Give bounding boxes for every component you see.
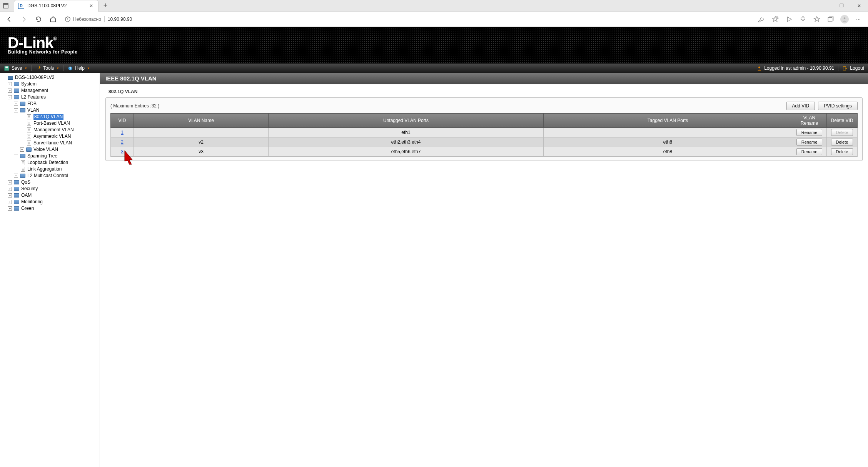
cell-vid: 1 <box>111 128 134 137</box>
close-window-button[interactable]: ✕ <box>850 0 868 12</box>
vlan-panel: ( Maximum Entries :32 ) Add VID PVID set… <box>105 97 863 161</box>
rename-button[interactable]: Rename <box>796 139 823 146</box>
password-icon[interactable] <box>755 13 768 26</box>
tree-system[interactable]: +System <box>0 81 100 87</box>
col-rename: VLAN Rename <box>792 114 827 128</box>
back-button[interactable] <box>3 13 15 25</box>
tree-oam[interactable]: +OAM <box>0 192 100 199</box>
svg-text:?: ? <box>69 66 71 70</box>
security-badge: Небезопасно <box>65 16 101 22</box>
tree-monitoring[interactable]: +Monitoring <box>0 199 100 205</box>
new-tab-button[interactable]: + <box>100 0 111 11</box>
tree-green[interactable]: +Green <box>0 205 100 212</box>
tree-spanning-tree[interactable]: +Spanning Tree <box>0 153 100 159</box>
user-icon <box>756 65 762 71</box>
menu-help[interactable]: ? Help ▼ <box>63 64 94 73</box>
tree-voice-vlan[interactable]: +Voice VLAN <box>0 146 100 153</box>
delete-button[interactable]: Delete <box>831 148 853 155</box>
content-area: IEEE 802.1Q VLAN 802.1Q VLAN ( Maximum E… <box>100 73 868 467</box>
tree-fdb[interactable]: +FDB <box>0 100 100 107</box>
tree-asymmetric-vlan[interactable]: Asymmetric VLAN <box>0 133 100 140</box>
tree-vlan[interactable]: -VLAN <box>0 107 100 114</box>
cell-tagged <box>544 128 792 137</box>
rename-button[interactable]: Rename <box>796 129 823 136</box>
col-tagged: Tagged VLAN Ports <box>544 114 792 128</box>
tree-surveillance-vlan[interactable]: Surveillance VLAN <box>0 140 100 146</box>
menu-save[interactable]: Save ▼ <box>0 64 31 73</box>
nav-tree[interactable]: DGS-1100-08PLV2 +System +Management -L2 … <box>0 73 100 467</box>
home-button[interactable] <box>47 13 59 25</box>
cell-name: v3 <box>134 147 269 157</box>
delete-button[interactable]: Delete <box>831 139 853 146</box>
svg-point-4 <box>844 17 846 19</box>
security-label: Небезопасно <box>73 17 101 22</box>
folder-icon <box>13 95 20 100</box>
tracking-icon[interactable] <box>783 13 796 26</box>
add-vid-button[interactable]: Add VID <box>786 102 815 110</box>
cell-untagged: eth1 <box>269 128 544 137</box>
svg-rect-3 <box>828 17 832 22</box>
tree-lag[interactable]: Link Aggregation <box>0 166 100 172</box>
favorites-icon[interactable] <box>810 13 823 26</box>
brand-header: D-Link® Building Networks for People <box>0 27 868 64</box>
tree-loopback[interactable]: Loopback Detection <box>0 159 100 166</box>
menu-bar: Save ▼ Tools ▼ ? Help ▼ Logged in as: ad… <box>0 64 868 73</box>
minimize-button[interactable]: — <box>815 0 833 12</box>
svg-rect-10 <box>843 66 846 70</box>
tab-title: DGS-1100-08PLV2 <box>27 3 88 8</box>
logout-button[interactable]: Logout <box>838 64 868 73</box>
col-untagged: Untagged VLAN Ports <box>269 114 544 128</box>
tree-8021q-vlan[interactable]: 802.1Q VLAN <box>0 114 100 120</box>
chevron-down-icon: ▼ <box>56 67 59 70</box>
cell-vid: 3 <box>111 147 134 157</box>
tree-management[interactable]: +Management <box>0 87 100 94</box>
vid-link[interactable]: 3 <box>121 149 124 154</box>
profile-avatar[interactable] <box>838 13 851 26</box>
cell-tagged: eth8 <box>544 137 792 147</box>
extensions-icon[interactable] <box>796 13 810 26</box>
refresh-button[interactable] <box>32 13 45 25</box>
cell-name: v2 <box>134 137 269 147</box>
svg-rect-1 <box>3 3 8 5</box>
section-label: 802.1Q VLAN <box>105 87 863 97</box>
pvid-settings-button[interactable]: PVID settings <box>818 102 858 110</box>
collections-icon[interactable] <box>824 13 837 26</box>
login-status: Logged in as: admin - 10.90.90.91 <box>753 64 838 73</box>
menu-tools[interactable]: Tools ▼ <box>32 64 63 73</box>
rename-button[interactable]: Rename <box>796 148 823 155</box>
browser-toolbar: Небезопасно 10.90.90.90 ⋯ <box>0 12 868 27</box>
page-title: IEEE 802.1Q VLAN <box>100 73 868 84</box>
page-icon <box>20 160 26 166</box>
more-menu-icon[interactable]: ⋯ <box>852 13 865 26</box>
chevron-down-icon: ▼ <box>24 67 27 70</box>
page-icon <box>26 141 32 146</box>
brand-logo: D-Link <box>8 34 53 51</box>
tree-portbased-vlan[interactable]: Port-Based VLAN <box>0 120 100 127</box>
folder-icon <box>13 193 20 198</box>
tree-l2features[interactable]: -L2 Features <box>0 94 100 100</box>
cell-untagged: eth2,eth3,eth4 <box>269 137 544 147</box>
chevron-down-icon: ▼ <box>87 67 90 70</box>
tree-management-vlan[interactable]: Management VLAN <box>0 127 100 133</box>
folder-icon <box>20 173 26 179</box>
browser-tab[interactable]: D DGS-1100-08PLV2 ✕ <box>14 0 98 12</box>
tree-l2mc[interactable]: +L2 Multicast Control <box>0 172 100 179</box>
vid-link[interactable]: 1 <box>121 130 124 135</box>
browser-titlebar: D DGS-1100-08PLV2 ✕ + — ❐ ✕ <box>0 0 868 12</box>
folder-icon <box>20 101 26 107</box>
folder-icon <box>13 88 20 94</box>
tab-close-button[interactable]: ✕ <box>88 3 94 9</box>
maximize-button[interactable]: ❐ <box>833 0 850 12</box>
tree-qos[interactable]: +QoS <box>0 179 100 186</box>
tree-security[interactable]: +Security <box>0 186 100 192</box>
forward-button[interactable] <box>18 13 30 25</box>
vid-link[interactable]: 2 <box>121 139 124 145</box>
save-icon <box>4 65 9 71</box>
address-bar[interactable]: Небезопасно 10.90.90.90 <box>62 13 753 25</box>
table-row: 1eth1RenameDelete <box>111 128 858 137</box>
device-icon <box>7 75 13 80</box>
tree-root[interactable]: DGS-1100-08PLV2 <box>0 74 100 81</box>
tab-list-button[interactable] <box>0 0 11 11</box>
favorites-add-icon[interactable] <box>769 13 782 26</box>
svg-rect-6 <box>5 66 8 68</box>
